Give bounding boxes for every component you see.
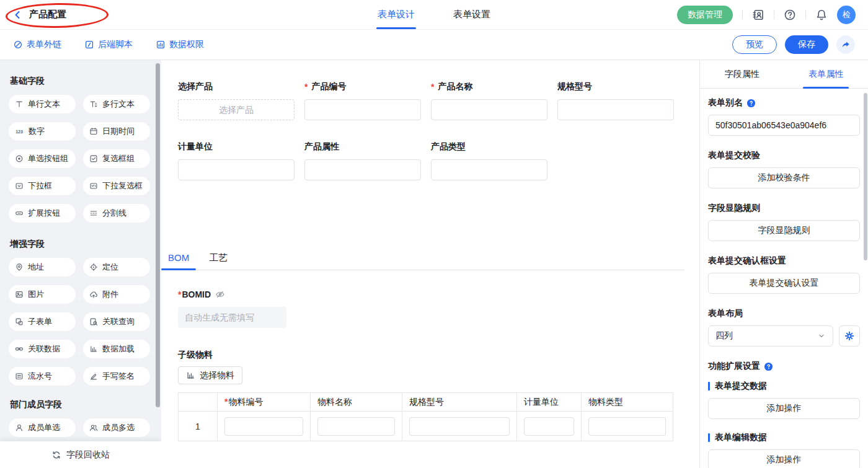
submit-confirm-setting-button[interactable]: 表单提交确认设置 — [708, 273, 860, 294]
data-manage-button[interactable]: 数据管理 — [677, 6, 733, 24]
required-asterisk: * — [178, 289, 181, 299]
data-permission-link[interactable]: 数据权限 — [156, 39, 204, 50]
backend-script-link[interactable]: 后端脚本 — [84, 39, 133, 50]
sidebar-field-relation-data[interactable]: 关联数据 — [9, 340, 76, 358]
save-button[interactable]: 保存 — [785, 35, 828, 54]
relation-query-icon — [89, 317, 98, 326]
sidebar-field-dropdown[interactable]: 下拉框 — [9, 177, 76, 195]
header-material-name: 物料名称 — [311, 393, 402, 412]
sidebar-field-signature[interactable]: 手写签名 — [83, 367, 150, 386]
material-code-input[interactable] — [224, 417, 303, 436]
sidebar-field-divider-line[interactable]: 分割线 — [83, 204, 150, 223]
unit-input[interactable] — [178, 159, 294, 180]
sidebar-field-member-single[interactable]: 成员单选 — [9, 418, 76, 437]
subform-icon — [15, 317, 24, 326]
field-product-attribute[interactable]: 产品属性 — [304, 141, 421, 180]
sidebar-field-address[interactable]: 地址 — [9, 258, 76, 276]
field-select-product[interactable]: 选择产品 — [178, 81, 294, 120]
tab-process[interactable]: 工艺 — [208, 252, 229, 270]
avatar[interactable]: 检 — [837, 6, 856, 24]
share-button[interactable] — [836, 35, 855, 54]
sidebar-field-serial-number[interactable]: 流水号 — [9, 367, 76, 386]
field-bomid[interactable]: *BOMID — [178, 289, 699, 328]
sidebar-field-extend-button[interactable]: 扩展按钮 — [9, 204, 76, 223]
divider — [774, 10, 774, 19]
help-icon — [784, 9, 796, 21]
header-material-type: 物料类型 — [582, 393, 673, 412]
required-asterisk: * — [224, 397, 228, 407]
notification-button[interactable] — [815, 9, 828, 21]
sidebar-field-multi-line-text[interactable]: 多行文本 — [83, 95, 150, 113]
relation-data-icon — [15, 345, 24, 353]
sidebar-field-data-load[interactable]: 数据加载 — [83, 340, 150, 358]
contacts-book-button[interactable] — [752, 9, 764, 21]
field-recycle-bin[interactable]: 字段回收站 — [0, 441, 161, 468]
field-product-code[interactable]: *产品编号 — [304, 81, 421, 120]
sidebar-field-image[interactable]: 图片 — [9, 285, 76, 304]
product-code-input[interactable] — [304, 99, 421, 120]
add-validation-button[interactable]: 添加校验条件 — [708, 167, 860, 188]
sidebar-field-number[interactable]: 数字 — [9, 122, 76, 141]
tab-form-properties[interactable]: 表单属性 — [784, 60, 868, 88]
product-name-input[interactable] — [431, 99, 547, 120]
sidebar-field-single-line-text[interactable]: 单行文本 — [9, 95, 76, 113]
select-product-input[interactable] — [178, 99, 294, 120]
form-alias-heading: 表单别名 — [708, 97, 860, 108]
field-palette-sidebar: 基础字段 单行文本 多行文本 数字 日期时间 单选按钮组 复选框组 下拉框 下拉… — [0, 60, 161, 468]
material-name-input[interactable] — [317, 417, 395, 436]
add-submit-action-button[interactable]: 添加操作 — [708, 398, 860, 419]
form-alias-input[interactable] — [708, 115, 860, 136]
layout-settings-button[interactable] — [839, 325, 860, 347]
section-title-basic-fields: 基础字段 — [10, 76, 150, 87]
app-header: 产品配置 表单设计 表单设置 数据管理 检 — [0, 0, 868, 30]
question-circle-icon[interactable] — [746, 99, 756, 108]
product-attribute-input[interactable] — [304, 159, 421, 180]
question-circle-icon[interactable] — [764, 362, 773, 371]
panel-scrollbar[interactable] — [864, 93, 867, 260]
field-product-type[interactable]: 产品类型 — [431, 141, 547, 180]
extend-button-icon — [15, 209, 24, 218]
add-edit-action-button[interactable]: 添加操作 — [708, 449, 860, 468]
material-type-input[interactable] — [588, 417, 666, 436]
header-spec-model: 规格型号 — [402, 393, 517, 412]
sidebar-scrollbar[interactable] — [156, 63, 160, 407]
field-visibility-rules-button[interactable]: 字段显隐规则 — [708, 220, 860, 241]
spec-model-input[interactable] — [557, 99, 674, 120]
blue-bar — [708, 433, 710, 442]
field-product-name[interactable]: *产品名称 — [431, 81, 547, 120]
sidebar-field-checkbox-group[interactable]: 复选框组 — [83, 149, 150, 168]
field-unit[interactable]: 计量单位 — [178, 141, 294, 180]
sidebar-field-attachment[interactable]: 附件 — [83, 285, 150, 304]
table-row: 1 — [179, 412, 673, 441]
eye-invisible-icon[interactable] — [215, 289, 225, 299]
sidebar-field-relation-query[interactable]: 关联查询 — [83, 312, 150, 331]
sidebar-field-dropdown-multi[interactable]: 下拉复选框 — [83, 177, 150, 195]
radio-group-icon — [15, 154, 24, 163]
tab-form-settings[interactable]: 表单设置 — [453, 0, 490, 29]
bomid-input[interactable] — [178, 307, 286, 328]
sidebar-field-subform[interactable]: 子表单 — [9, 312, 76, 331]
product-type-input[interactable] — [431, 159, 547, 180]
unit-cell-input[interactable] — [524, 417, 574, 436]
tab-field-properties[interactable]: 字段属性 — [700, 60, 784, 88]
sidebar-field-locate[interactable]: 定位 — [83, 258, 150, 276]
form-layout-select[interactable]: 四列 — [708, 325, 833, 347]
form-edit-data-title: 表单编辑数据 — [708, 432, 860, 443]
spec-model-cell-input[interactable] — [409, 417, 510, 436]
field-spec-model[interactable]: 规格型号 — [557, 81, 674, 120]
data-permission-icon — [156, 40, 166, 50]
preview-button[interactable]: 预览 — [732, 35, 777, 54]
single-line-text-icon — [15, 100, 24, 108]
tab-bom[interactable]: BOM — [167, 252, 190, 270]
sidebar-field-datetime[interactable]: 日期时间 — [83, 122, 150, 141]
sidebar-field-member-multi[interactable]: 成员多选 — [83, 418, 150, 437]
form-submit-validation-heading: 表单提交校验 — [708, 150, 860, 161]
sidebar-field-radio-group[interactable]: 单选按钮组 — [9, 149, 76, 168]
select-material-button[interactable]: 选择物料 — [178, 366, 242, 384]
tab-form-design[interactable]: 表单设计 — [378, 0, 415, 29]
help-button[interactable] — [784, 9, 796, 21]
multi-line-text-icon — [89, 100, 98, 108]
back-button[interactable] — [12, 10, 22, 20]
extension-settings-heading: 功能扩展设置 — [708, 361, 860, 372]
form-external-link[interactable]: 表单外链 — [13, 39, 61, 50]
